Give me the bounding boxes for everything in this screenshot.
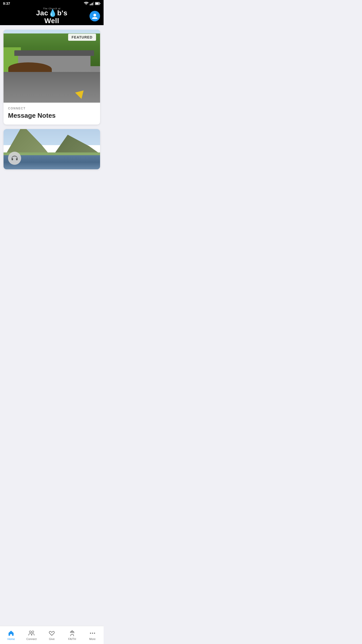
photo-driveway — [4, 72, 100, 103]
headphone-button[interactable] — [8, 152, 21, 165]
featured-card[interactable]: FEATURED CONNECT Message Notes — [4, 30, 100, 125]
svg-rect-0 — [90, 4, 90, 5]
time: 9:37 — [3, 2, 10, 6]
second-image — [4, 129, 100, 169]
featured-card-body: CONNECT Message Notes — [4, 103, 100, 125]
profile-icon — [92, 13, 98, 19]
profile-button[interactable] — [89, 11, 100, 21]
svg-rect-5 — [100, 3, 101, 4]
main-content: FEATURED CONNECT Message Notes — [0, 25, 104, 189]
signal-icon — [90, 2, 94, 5]
svg-rect-2 — [92, 3, 93, 5]
headphone-icon — [11, 155, 18, 162]
second-card[interactable] — [4, 129, 100, 169]
app-logo: The Church at Jac💧b'sWell — [36, 7, 68, 25]
logo-main-text: Jac💧b'sWell — [36, 9, 68, 25]
card-category: CONNECT — [8, 107, 96, 110]
wifi-icon — [84, 2, 88, 5]
water-drop-icon: 💧 — [48, 9, 57, 17]
status-bar: 9:37 — [0, 0, 104, 7]
svg-rect-3 — [93, 2, 94, 5]
header: The Church at Jac💧b'sWell — [0, 7, 104, 25]
battery-icon — [95, 2, 101, 5]
status-icons — [84, 2, 101, 5]
featured-badge: FEATURED — [68, 34, 96, 41]
svg-rect-1 — [91, 4, 92, 5]
featured-image: FEATURED — [4, 30, 100, 103]
svg-point-7 — [94, 14, 96, 17]
card-title: Message Notes — [8, 112, 96, 119]
svg-rect-6 — [96, 3, 99, 5]
